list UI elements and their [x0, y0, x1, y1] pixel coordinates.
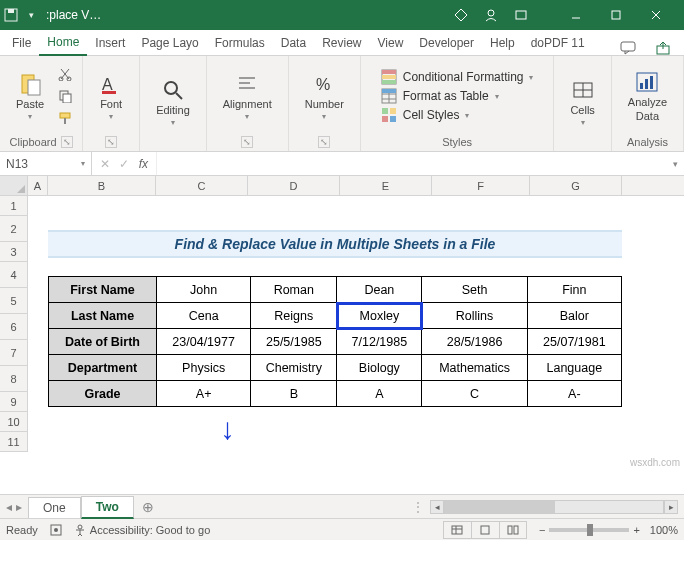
cell[interactable]: 25/5/1985	[251, 329, 337, 355]
launcher-icon[interactable]: ⤡	[105, 136, 117, 148]
zoom-level[interactable]: 100%	[650, 524, 678, 536]
launcher-icon[interactable]: ⤡	[318, 136, 330, 148]
tab-home[interactable]: Home	[39, 31, 87, 56]
selected-cell[interactable]: Moxley	[337, 303, 422, 329]
row-header[interactable]: 2	[0, 216, 28, 242]
row-header[interactable]: 6	[0, 314, 28, 340]
format-as-table-button[interactable]: Format as Table▾	[381, 88, 499, 104]
page-layout-view-button[interactable]	[471, 521, 499, 539]
window-options-icon[interactable]	[514, 8, 528, 22]
col-header-c[interactable]: C	[156, 176, 248, 195]
col-header-d[interactable]: D	[248, 176, 340, 195]
cell[interactable]: John	[157, 277, 251, 303]
macro-record-icon[interactable]	[50, 524, 62, 536]
row-header[interactable]: 7	[0, 340, 28, 366]
enter-icon[interactable]: ✓	[119, 157, 129, 171]
cell-styles-button[interactable]: Cell Styles▾	[381, 107, 470, 123]
tab-data[interactable]: Data	[273, 32, 314, 55]
cell[interactable]: Mathematics	[422, 355, 527, 381]
formula-input[interactable]	[156, 152, 667, 175]
cell[interactable]: Dean	[337, 277, 422, 303]
autosave-icon[interactable]	[4, 8, 18, 22]
tab-formulas[interactable]: Formulas	[207, 32, 273, 55]
paste-button[interactable]: Paste ▾	[8, 68, 52, 125]
number-button[interactable]: % Number ▾	[297, 68, 352, 125]
minimize-button[interactable]	[556, 0, 596, 30]
cell[interactable]: Finn	[527, 277, 621, 303]
expand-formula-icon[interactable]: ▾	[667, 159, 684, 169]
sheet-tab-one[interactable]: One	[28, 497, 81, 518]
launcher-icon[interactable]: ⤡	[61, 136, 73, 148]
tab-insert[interactable]: Insert	[87, 32, 133, 55]
page-break-view-button[interactable]	[499, 521, 527, 539]
row-label[interactable]: Last Name	[49, 303, 157, 329]
diamond-icon[interactable]	[454, 8, 468, 22]
row-label[interactable]: First Name	[49, 277, 157, 303]
row-header[interactable]: 9	[0, 392, 28, 412]
sheet-tab-two[interactable]: Two	[81, 496, 134, 519]
cell[interactable]: Balor	[527, 303, 621, 329]
cell[interactable]: A	[337, 381, 422, 407]
tab-file[interactable]: File	[4, 32, 39, 55]
row-header[interactable]: 3	[0, 242, 28, 262]
share-icon[interactable]	[646, 41, 680, 55]
user-icon[interactable]	[484, 8, 498, 22]
cell[interactable]: Chemistry	[251, 355, 337, 381]
col-header-g[interactable]: G	[530, 176, 622, 195]
col-header-a[interactable]: A	[28, 176, 48, 195]
sheet-next-icon[interactable]: ▸	[16, 500, 22, 514]
close-button[interactable]	[636, 0, 676, 30]
horizontal-scrollbar[interactable]: ⋮ ◂ ▸	[162, 500, 684, 514]
conditional-formatting-button[interactable]: Conditional Formatting▾	[381, 69, 534, 85]
cell[interactable]: A-	[527, 381, 621, 407]
zoom-in-button[interactable]: +	[633, 524, 639, 536]
tab-pagelayout[interactable]: Page Layo	[133, 32, 206, 55]
tab-view[interactable]: View	[370, 32, 412, 55]
cell[interactable]: Reigns	[251, 303, 337, 329]
row-label[interactable]: Date of Birth	[49, 329, 157, 355]
normal-view-button[interactable]	[443, 521, 471, 539]
cell[interactable]: A+	[157, 381, 251, 407]
cut-icon[interactable]	[56, 64, 74, 84]
tab-developer[interactable]: Developer	[411, 32, 482, 55]
row-header[interactable]: 11	[0, 432, 28, 452]
select-all-corner[interactable]	[0, 176, 28, 195]
maximize-button[interactable]	[596, 0, 636, 30]
row-label[interactable]: Grade	[49, 381, 157, 407]
cell[interactable]: Biology	[337, 355, 422, 381]
tab-review[interactable]: Review	[314, 32, 369, 55]
launcher-icon[interactable]: ⤡	[241, 136, 253, 148]
row-header[interactable]: 1	[0, 196, 28, 216]
cell[interactable]: Seth	[422, 277, 527, 303]
alignment-button[interactable]: Alignment ▾	[215, 68, 280, 125]
analyze-data-button[interactable]: Analyze Data	[620, 66, 675, 126]
cell[interactable]: 28/5/1986	[422, 329, 527, 355]
col-header-f[interactable]: F	[432, 176, 530, 195]
font-button[interactable]: A Font ▾	[91, 68, 131, 125]
cell[interactable]: 25/07/1981	[527, 329, 621, 355]
row-header[interactable]: 4	[0, 262, 28, 288]
cells-button[interactable]: Cells ▾	[562, 74, 602, 131]
fx-icon[interactable]: fx	[139, 157, 148, 171]
tab-help[interactable]: Help	[482, 32, 523, 55]
scroll-right-icon[interactable]: ▸	[664, 500, 678, 514]
col-header-b[interactable]: B	[48, 176, 156, 195]
cell[interactable]: 23/04/1977	[157, 329, 251, 355]
col-header-e[interactable]: E	[340, 176, 432, 195]
scroll-left-icon[interactable]: ◂	[430, 500, 444, 514]
cell[interactable]: B	[251, 381, 337, 407]
zoom-out-button[interactable]: −	[539, 524, 545, 536]
name-box[interactable]: N13 ▾	[0, 152, 92, 175]
cell[interactable]: Roman	[251, 277, 337, 303]
cell[interactable]: Rollins	[422, 303, 527, 329]
sheet-prev-icon[interactable]: ◂	[6, 500, 12, 514]
grid-area[interactable]: 1 2 3 4 5 6 7 8 9 10 11 Find & Replace V…	[0, 196, 684, 494]
cancel-icon[interactable]: ✕	[100, 157, 110, 171]
accessibility-status[interactable]: Accessibility: Good to go	[74, 524, 210, 536]
row-header[interactable]: 8	[0, 366, 28, 392]
cell[interactable]: 7/12/1985	[337, 329, 422, 355]
row-label[interactable]: Department	[49, 355, 157, 381]
qat-dropdown-icon[interactable]: ▾	[24, 8, 38, 22]
copy-icon[interactable]	[56, 86, 74, 106]
row-header[interactable]: 5	[0, 288, 28, 314]
